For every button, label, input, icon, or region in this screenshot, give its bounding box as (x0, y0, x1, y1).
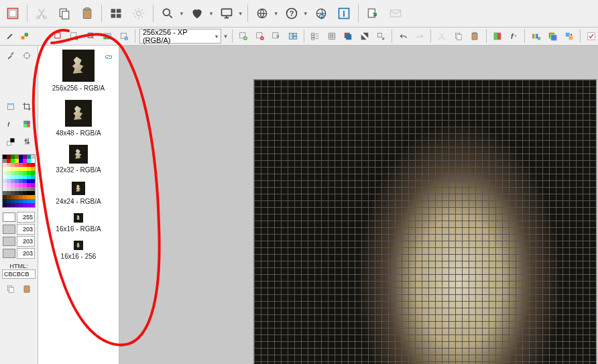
cut-small-icon[interactable] (435, 29, 449, 44)
refresh-globe-icon[interactable] (311, 3, 331, 23)
chevron-down-icon[interactable]: ▼ (223, 34, 228, 40)
left-toolbox: f 255 203 203 203 HTML: CBCBCB (0, 46, 38, 364)
paste-small-icon[interactable] (468, 29, 481, 44)
window-tool-icon[interactable] (3, 99, 18, 114)
crop-icon[interactable] (117, 29, 130, 44)
channel-value[interactable]: 203 (17, 236, 35, 247)
color-palette[interactable] (2, 154, 36, 208)
chevron-down-icon[interactable]: ▼ (274, 11, 279, 17)
crop-tool-icon[interactable] (19, 99, 34, 114)
cut-icon[interactable] (32, 3, 52, 23)
size-item[interactable]: 32x32 - RGB/A (38, 141, 119, 178)
palette-cell[interactable] (31, 203, 35, 207)
color-adjust-icon[interactable] (491, 29, 504, 44)
globe-icon[interactable] (252, 3, 272, 23)
copy-color-icon[interactable] (3, 282, 18, 296)
gray-swatch[interactable] (3, 225, 15, 234)
heart-icon[interactable] (187, 3, 207, 23)
add-format-icon[interactable] (237, 29, 250, 44)
editor-canvas[interactable] (253, 79, 597, 364)
svg-point-69 (24, 53, 29, 58)
color-plus-icon[interactable] (529, 29, 542, 44)
color-stack-icon[interactable] (546, 29, 559, 44)
format-selector-value: 256x256 - XP (RGB/A) (143, 28, 212, 44)
svg-rect-39 (293, 33, 296, 36)
html-label: HTML: (10, 263, 28, 269)
size-item[interactable]: 24x24 - RGB/A (38, 178, 119, 209)
function-icon[interactable]: fx (507, 29, 520, 44)
gradient-icon[interactable] (357, 29, 371, 44)
layers-icon[interactable] (341, 29, 355, 44)
chevron-down-icon[interactable]: ▼ (179, 11, 184, 17)
help-icon[interactable]: ? (282, 3, 302, 23)
gray-swatch[interactable] (3, 213, 15, 222)
add-image-green-icon[interactable] (68, 29, 81, 44)
svg-rect-84 (24, 286, 29, 292)
canvas-area (119, 46, 598, 364)
remove-format-icon[interactable] (253, 29, 267, 44)
channel-value[interactable]: 203 (17, 248, 35, 259)
size-thumbnail (74, 241, 83, 250)
export-icon[interactable] (363, 3, 383, 23)
text-tool-icon[interactable]: I (334, 3, 354, 23)
svg-rect-10 (111, 14, 116, 18)
shapes-icon[interactable] (17, 29, 32, 44)
svg-rect-41 (312, 33, 314, 35)
html-color-value[interactable]: CBCBCB (2, 269, 36, 279)
swatches-icon[interactable] (3, 134, 18, 149)
undo-icon[interactable] (396, 29, 410, 44)
svg-rect-6 (83, 9, 91, 18)
channel-value[interactable]: 203 (17, 224, 35, 235)
svg-text:f: f (511, 32, 514, 40)
picture-icon[interactable] (101, 29, 114, 44)
new-image-icon[interactable] (52, 29, 65, 44)
paste-color-icon[interactable] (19, 282, 34, 296)
svg-rect-7 (85, 8, 90, 10)
size-label: 16x16 - RGB/A (56, 225, 101, 233)
channel-value[interactable]: 255 (17, 212, 35, 223)
redo-icon[interactable] (413, 29, 426, 44)
size-thumbnail (62, 50, 95, 82)
copy-icon[interactable] (54, 3, 74, 23)
gray-swatch[interactable] (3, 237, 15, 246)
new-icon[interactable] (3, 3, 23, 23)
gear-icon[interactable] (129, 3, 149, 23)
export-format-icon[interactable] (270, 29, 283, 44)
fx-icon[interactable]: f (3, 117, 18, 131)
grid-list-icon[interactable] (308, 29, 322, 44)
svg-rect-47 (377, 33, 381, 37)
chevron-down-icon[interactable]: ▼ (303, 11, 308, 17)
check-icon[interactable] (585, 29, 598, 44)
search-icon[interactable] (158, 3, 178, 23)
resize-icon[interactable] (374, 29, 387, 44)
size-item[interactable]: 16x16 - 256 (38, 237, 119, 264)
color-picker-icon[interactable] (19, 117, 34, 131)
windows-icon[interactable] (106, 3, 126, 23)
settings-small-icon[interactable] (19, 134, 34, 149)
svg-rect-42 (312, 36, 314, 38)
chevron-down-icon[interactable]: ▼ (208, 11, 214, 17)
color-swap-icon[interactable] (562, 29, 575, 44)
svg-rect-83 (9, 288, 13, 293)
target-icon[interactable] (19, 48, 34, 63)
magic-wand-icon[interactable] (84, 29, 98, 44)
window-layout-icon[interactable] (286, 29, 300, 44)
monitor-icon[interactable] (217, 3, 237, 23)
format-selector[interactable]: 256x256 - XP (RGB/A) (139, 29, 222, 44)
copy-small-icon[interactable] (452, 29, 465, 44)
chevron-down-icon[interactable]: ▼ (238, 11, 243, 17)
size-item[interactable]: 48x48 - RGB/A (38, 96, 119, 141)
svg-rect-75 (23, 121, 29, 124)
svg-rect-64 (551, 35, 556, 40)
svg-rect-32 (125, 37, 127, 40)
mail-icon[interactable] (385, 3, 406, 23)
eyedropper-icon[interactable] (3, 48, 18, 63)
gray-swatch[interactable] (3, 249, 15, 258)
paste-icon[interactable] (77, 3, 97, 23)
link-icon[interactable] (101, 50, 116, 64)
size-label: 48x48 - RGB/A (56, 129, 101, 137)
brush-icon[interactable] (3, 29, 17, 44)
grid-icon[interactable] (325, 29, 339, 44)
size-item[interactable]: 16x16 - RGB/A (38, 209, 119, 237)
size-label: 24x24 - RGB/A (56, 198, 101, 205)
